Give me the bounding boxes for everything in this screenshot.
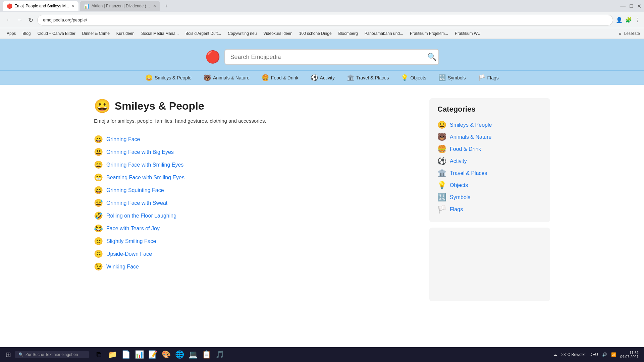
emoji-link[interactable]: Grinning Face with Smiling Eyes <box>106 162 183 168</box>
emoji-icon: 😅 <box>94 199 103 207</box>
nav-activity[interactable]: ⚽ Activity <box>305 71 341 85</box>
bookmark-panorama[interactable]: Panoramabahn und... <box>362 31 406 37</box>
bookmarks-more-button[interactable]: » <box>619 31 622 36</box>
tab-inactive[interactable]: 📊 Aktien | Finanzen | Dividende (0... ✕ <box>80 1 160 11</box>
taskbar-app-edge[interactable]: 💻 <box>187 349 199 361</box>
nav-travel[interactable]: 🏛️ Travel & Places <box>341 71 395 85</box>
site-header: 🔴 🔍 😀 Smileys & People 🐻 Animals & Natur… <box>0 39 644 85</box>
bookmark-video[interactable]: Videokurs Ideen <box>261 31 295 37</box>
emoji-link[interactable]: Grinning Face <box>106 136 140 142</box>
bookmark-kursideen[interactable]: Kursideen <box>114 31 137 37</box>
nav-animals[interactable]: 🐻 Animals & Nature <box>198 71 256 85</box>
url-bar[interactable]: emojipedia.org/people/ <box>37 15 613 25</box>
taskbar-search-text: Zur Suche Text hier eingeben <box>25 352 78 357</box>
taskbar-app-paint[interactable]: 🎨 <box>160 349 172 361</box>
nav-label-symbols: Symbols <box>448 75 466 80</box>
sidebar-cat-icon: 🏳️ <box>437 205 446 214</box>
nav-label-flags: Flags <box>487 75 499 80</box>
emoji-icon: 😉 <box>94 262 103 271</box>
profile-icon[interactable]: 👤 <box>616 17 623 23</box>
tab-favicon-1: 🔴 <box>7 3 12 9</box>
bookmark-copy[interactable]: Copywriting neu <box>225 31 259 37</box>
start-button[interactable]: ⊞ <box>3 349 14 360</box>
sidebar-item-flags[interactable]: 🏳️ Flags <box>437 203 542 216</box>
bookmark-praktikum2[interactable]: Praktikum WU <box>452 31 483 37</box>
sidebar-cat-link[interactable]: Objects <box>450 182 468 188</box>
reload-button[interactable]: ↻ <box>27 15 35 25</box>
taskbar-app-powerpoint[interactable]: 📝 <box>147 349 159 361</box>
emoji-icon: 😂 <box>94 224 103 233</box>
emoji-link[interactable]: Grinning Face with Sweat <box>106 200 167 206</box>
sidebar-cat-link[interactable]: Travel & Places <box>450 170 487 176</box>
sidebar-cat-link[interactable]: Flags <box>450 206 463 213</box>
emoji-link[interactable]: Beaming Face with Smiling Eyes <box>106 175 184 181</box>
forward-button[interactable]: → <box>15 15 24 25</box>
bookmark-bloomberg[interactable]: Bloomberg <box>336 31 361 37</box>
list-item: 😄 Grinning Face with Smiling Eyes <box>94 159 416 171</box>
ad-box <box>429 228 550 301</box>
tab-active[interactable]: 🔴 Emoji People and Smileys M... ✕ <box>3 1 78 11</box>
bookmark-label: Blog <box>22 31 31 36</box>
bookmark-social[interactable]: Social Media Mana... <box>139 31 181 37</box>
search-button[interactable]: 🔍 <box>427 53 436 61</box>
sidebar-item-animals[interactable]: 🐻 Animals & Nature <box>437 131 542 143</box>
maximize-button[interactable]: □ <box>630 3 633 9</box>
nav-smileys[interactable]: 😀 Smileys & People <box>139 71 198 85</box>
emoji-link[interactable]: Grinning Face with Big Eyes <box>106 149 174 155</box>
sidebar-item-smileys[interactable]: 😀 Smileys & People <box>437 119 542 131</box>
sidebar-cat-link[interactable]: Smileys & People <box>450 122 492 128</box>
bookmark-100[interactable]: 100 schöne Dinge <box>297 31 334 37</box>
new-tab-button[interactable]: + <box>162 1 171 11</box>
nav-objects[interactable]: 💡 Objects <box>395 71 432 85</box>
bookmark-label: Praktikum WU <box>455 31 481 36</box>
minimize-button[interactable]: — <box>620 3 626 9</box>
bookmark-apps[interactable]: Apps <box>4 31 18 37</box>
nav-food[interactable]: 🍔 Food & Drink <box>256 71 305 85</box>
emoji-link[interactable]: Rolling on the Floor Laughing <box>106 213 176 219</box>
taskbar-app-notes[interactable]: 📋 <box>200 349 212 361</box>
sidebar-cat-link[interactable]: Activity <box>450 158 467 164</box>
bookmark-praktikum1[interactable]: Praktikum Projektm... <box>407 31 451 37</box>
taskbar-app-file[interactable]: 📁 <box>106 349 118 361</box>
sidebar-item-activity[interactable]: ⚽ Activity <box>437 155 542 167</box>
sidebar-cat-link[interactable]: Symbols <box>450 194 470 200</box>
tab-close-2[interactable]: ✕ <box>153 4 156 8</box>
taskbar-app-task-view[interactable]: ⧉ <box>93 349 105 361</box>
close-button[interactable]: ✕ <box>637 3 641 9</box>
taskbar-app-browser[interactable]: 🌐 <box>173 349 185 361</box>
taskbar-search[interactable]: 🔍 Zur Suche Text hier eingeben <box>15 351 89 358</box>
tab-close-1[interactable]: ✕ <box>71 4 74 8</box>
taskbar-app-word[interactable]: 📄 <box>120 349 132 361</box>
bookmark-cloud[interactable]: Cloud – Canva Bilder <box>35 31 78 37</box>
bookmark-bois[interactable]: Bois d'Argent Duft... <box>183 31 224 37</box>
back-button[interactable]: ← <box>4 15 13 25</box>
sidebar-item-travel[interactable]: 🏛️ Travel & Places <box>437 167 542 179</box>
list-item: 🤣 Rolling on the Floor Laughing <box>94 209 416 222</box>
emoji-link[interactable]: Grinning Squinting Face <box>106 187 164 193</box>
extensions-icon[interactable]: 🧩 <box>625 17 632 23</box>
nav-label-activity: Activity <box>320 75 335 80</box>
emoji-link[interactable]: Slightly Smiling Face <box>106 238 156 244</box>
bookmark-blog[interactable]: Blog <box>20 31 33 37</box>
sidebar-item-symbols[interactable]: 🔣 Symbols <box>437 191 542 203</box>
taskbar-app-excel[interactable]: 📊 <box>133 349 145 361</box>
search-input[interactable] <box>224 49 439 65</box>
sidebar-cat-link[interactable]: Food & Drink <box>450 146 481 152</box>
sidebar-item-food[interactable]: 🍔 Food & Drink <box>437 143 542 155</box>
category-nav: 😀 Smileys & People 🐻 Animals & Nature 🍔 … <box>0 70 644 85</box>
sidebar-cat-link[interactable]: Animals & Nature <box>450 134 492 140</box>
emoji-link[interactable]: Face with Tears of Joy <box>106 226 160 232</box>
bookmark-dinner[interactable]: Dinner & Crime <box>79 31 112 37</box>
nav-symbols[interactable]: 🔣 Symbols <box>432 71 472 85</box>
settings-icon[interactable]: ⋮ <box>635 17 640 23</box>
bookmark-label: Kursideen <box>116 31 135 36</box>
emoji-link[interactable]: Upside-Down Face <box>106 251 152 257</box>
taskbar-app-music[interactable]: 🎵 <box>214 349 226 361</box>
emoji-link[interactable]: Winking Face <box>106 264 139 270</box>
leseliste-label: Leseliste <box>624 31 640 36</box>
network-icon: 📶 <box>611 352 616 357</box>
sidebar-item-objects[interactable]: 💡 Objects <box>437 179 542 191</box>
list-item: 😆 Grinning Squinting Face <box>94 184 416 197</box>
nav-flags[interactable]: 🏳️ Flags <box>472 71 505 85</box>
browser-frame: 🔴 Emoji People and Smileys M... ✕ 📊 Akti… <box>0 0 644 362</box>
